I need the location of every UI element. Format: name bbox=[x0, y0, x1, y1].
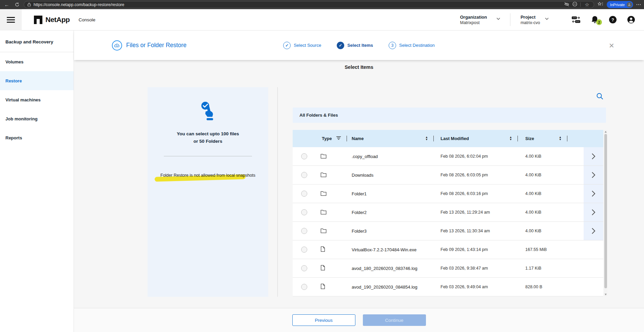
column-header-name[interactable]: Name ▲▼ bbox=[347, 130, 436, 147]
scrollbar-thumb[interactable] bbox=[604, 134, 607, 288]
selection-info-panel: You can select upto 100 files or 50 Fold… bbox=[148, 87, 268, 297]
url-text[interactable]: https://console.netapp.com/backup-restor… bbox=[34, 2, 561, 7]
column-header-size[interactable]: Size ▲▼ bbox=[521, 130, 584, 147]
brand-name: NetApp bbox=[45, 16, 70, 24]
folder-icon bbox=[320, 153, 327, 160]
sidebar-item-reports[interactable]: Reports bbox=[0, 128, 74, 147]
row-size: 4.00 KiB bbox=[521, 222, 584, 240]
file-icon bbox=[320, 265, 325, 272]
table-row-Folder3[interactable]: Folder3 Feb 13 2026, 11:30:34 am 4.00 Ki… bbox=[293, 222, 603, 240]
row-radio-button[interactable] bbox=[301, 284, 307, 290]
row-expand-chevron[interactable] bbox=[584, 166, 603, 184]
sidebar-item-label: Virtual machines bbox=[5, 97, 41, 102]
search-icon[interactable] bbox=[596, 93, 604, 101]
favorite-star-icon[interactable]: ☆ bbox=[584, 2, 590, 7]
table-header: Type Name ▲▼ bbox=[293, 130, 603, 147]
column-header-last-modified[interactable]: Last Modified ▲▼ bbox=[436, 130, 521, 147]
wizard-step-select-source[interactable]: ✓ Select Source bbox=[283, 42, 321, 49]
row-radio-button[interactable] bbox=[301, 209, 307, 215]
row-size: 4.00 KiB bbox=[521, 203, 584, 221]
divider bbox=[164, 156, 252, 156]
row-last-modified: Feb 08 2026, 6:02:04 pm bbox=[436, 147, 521, 165]
wizard-header: Files or Folder Restore ✓ Select Source … bbox=[74, 31, 644, 60]
menu-button[interactable] bbox=[0, 9, 22, 31]
row-radio-button[interactable] bbox=[301, 228, 307, 234]
scroll-down-icon[interactable] bbox=[605, 294, 607, 295]
chevron-down-icon bbox=[545, 15, 548, 19]
sort-icon[interactable]: ▲▼ bbox=[559, 136, 562, 141]
table-row-.copy_offload[interactable]: .copy_offload Feb 08 2026, 6:02:04 pm 4.… bbox=[293, 147, 603, 166]
divider bbox=[510, 13, 510, 26]
sidebar-item-virtual-machines[interactable]: Virtual machines bbox=[0, 90, 74, 109]
row-expand-chevron[interactable] bbox=[584, 184, 603, 203]
row-expand-chevron[interactable] bbox=[584, 147, 603, 165]
wizard-step-select-destination[interactable]: 3 Select Destination bbox=[389, 42, 435, 49]
divider bbox=[433, 136, 434, 141]
row-size: 4.00 KiB bbox=[521, 166, 584, 184]
filter-icon[interactable] bbox=[336, 136, 341, 141]
help-icon[interactable]: ? bbox=[609, 16, 617, 23]
sidebar-item-restore[interactable]: Restore bbox=[0, 71, 74, 90]
address-bar[interactable]: https://console.netapp.com/backup-restor… bbox=[24, 1, 594, 8]
table-row-avod_180_20260203_083746.log[interactable]: avod_180_20260203_083746.log Feb 03 2026… bbox=[293, 259, 603, 278]
row-name: Folder1 bbox=[347, 184, 436, 203]
table-row-VirtualBox-7.2.2-170484-Win.exe[interactable]: VirtualBox-7.2.2-170484-Win.exe Feb 09 2… bbox=[293, 240, 603, 259]
row-expand-chevron[interactable] bbox=[584, 222, 603, 240]
feedback-icon[interactable] bbox=[572, 2, 577, 8]
sort-icon[interactable]: ▲▼ bbox=[425, 136, 428, 141]
scroll-up-icon[interactable] bbox=[605, 131, 607, 133]
wizard-step-select-items[interactable]: ✓ Select Items bbox=[337, 42, 373, 49]
row-name: Downloads bbox=[347, 166, 436, 184]
profile-avatar-icon bbox=[627, 2, 632, 7]
table-row-Downloads[interactable]: Downloads Feb 08 2026, 6:03:05 pm 4.00 K… bbox=[293, 166, 603, 184]
browser-toolbar: ← https://console.netapp.com/backup-rest… bbox=[0, 0, 644, 9]
sidebar-item-label: Job monitoring bbox=[5, 116, 38, 121]
table-row-Folder1[interactable]: Folder1 Feb 08 2026, 6:03:16 pm 4.00 KiB bbox=[293, 184, 603, 203]
row-radio-button[interactable] bbox=[301, 265, 307, 271]
table-row-Folder2[interactable]: Folder2 Feb 13 2026, 11:29:24 am 4.00 Ki… bbox=[293, 203, 603, 222]
browser-back-icon[interactable]: ← bbox=[3, 2, 10, 7]
table-scrollbar[interactable] bbox=[604, 130, 607, 296]
hand-click-check-icon bbox=[199, 101, 217, 122]
row-name: VirtualBox-7.2.2-170484-Win.exe bbox=[347, 240, 436, 259]
row-last-modified: Feb 13 2026, 11:29:24 am bbox=[436, 203, 521, 221]
project-selector[interactable]: Project matrix-cvo bbox=[521, 15, 548, 25]
organization-selector[interactable]: Organization Matrixpost bbox=[460, 15, 500, 25]
restore-cloud-icon bbox=[112, 40, 122, 51]
row-last-modified: Feb 08 2026, 6:03:05 pm bbox=[436, 166, 521, 184]
row-radio-button[interactable] bbox=[301, 172, 307, 178]
row-radio-button[interactable] bbox=[301, 191, 307, 197]
continue-button[interactable]: Continue bbox=[363, 314, 426, 326]
inprivate-badge[interactable]: InPrivate bbox=[607, 1, 633, 8]
row-size: 167.55 MiB bbox=[521, 240, 584, 259]
netapp-logo[interactable]: NetApp bbox=[34, 16, 70, 24]
favorites-bar-icon[interactable] bbox=[598, 2, 603, 8]
browser-menu-icon[interactable] bbox=[637, 4, 641, 5]
notifications-bell-icon[interactable]: 2 bbox=[591, 16, 599, 24]
row-radio-button[interactable] bbox=[301, 247, 307, 253]
sidebar-item-volumes[interactable]: Volumes bbox=[0, 52, 74, 71]
account-icon[interactable] bbox=[627, 16, 635, 24]
folder-icon bbox=[320, 191, 327, 197]
row-expand-chevron bbox=[584, 240, 603, 259]
table-row-avod_190_20260203_084854.log[interactable]: avod_190_20260203_084854.log Feb 03 2026… bbox=[293, 278, 603, 296]
list-title: All Folders & Files bbox=[299, 113, 338, 118]
row-name: .copy_offload bbox=[347, 147, 436, 165]
row-last-modified: Feb 13 2026, 11:30:34 am bbox=[436, 222, 521, 240]
column-header-type[interactable]: Type bbox=[316, 130, 347, 147]
lock-icon bbox=[27, 2, 31, 8]
row-expand-chevron[interactable] bbox=[584, 203, 603, 221]
sort-icon[interactable]: ▲▼ bbox=[509, 136, 512, 141]
connector-icon[interactable] bbox=[571, 16, 581, 23]
row-radio-button[interactable] bbox=[301, 153, 307, 159]
previous-button[interactable]: Previous bbox=[292, 314, 355, 326]
tracking-prevention-icon[interactable] bbox=[564, 2, 569, 8]
page: ← https://console.netapp.com/backup-rest… bbox=[0, 0, 644, 332]
browser-reload-icon[interactable] bbox=[14, 2, 20, 7]
row-size: 828.00 B bbox=[521, 278, 584, 296]
row-size: 4.00 KiB bbox=[521, 147, 584, 165]
divider bbox=[567, 136, 567, 141]
sidebar-item-job-monitoring[interactable]: Job monitoring bbox=[0, 109, 74, 128]
close-icon[interactable]: × bbox=[609, 41, 644, 50]
wizard-footer: Previous Continue bbox=[74, 308, 644, 332]
